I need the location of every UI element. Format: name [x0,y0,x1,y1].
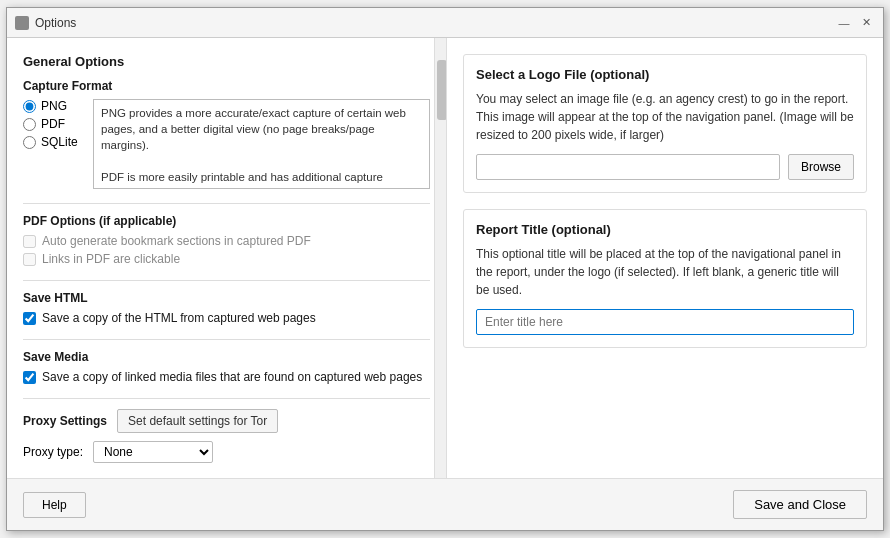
save-media-section: Save Media Save a copy of linked media f… [23,350,430,384]
pdf-bookmark-option[interactable]: Auto generate bookmark sections in captu… [23,234,430,248]
logo-section: Select a Logo File (optional) You may se… [463,54,867,193]
save-html-option[interactable]: Save a copy of the HTML from captured we… [23,311,430,325]
save-html-title: Save HTML [23,291,430,305]
close-button[interactable]: ✕ [857,14,875,32]
save-html-section: Save HTML Save a copy of the HTML from c… [23,291,430,325]
scrollbar[interactable] [434,38,446,478]
capture-format-area: PNG PDF SQLite PNG provides a more accur… [23,99,430,189]
window-title: Options [35,16,76,30]
radio-group: PNG PDF SQLite [23,99,83,189]
help-button[interactable]: Help [23,492,86,518]
capture-format-section: Capture Format PNG PDF SQLit [23,79,430,189]
save-close-button[interactable]: Save and Close [733,490,867,519]
set-default-tor-button[interactable]: Set default settings for Tor [117,409,278,433]
content-area: General Options Capture Format PNG PDF [7,38,883,478]
proxy-section: Proxy Settings Set default settings for … [23,409,430,463]
radio-sqlite[interactable]: SQLite [23,135,83,149]
pdf-links-option[interactable]: Links in PDF are clickable [23,252,430,266]
report-description: This optional title will be placed at th… [476,245,854,299]
footer: Help Save and Close [7,478,883,530]
logo-file-input[interactable] [476,154,780,180]
save-media-option[interactable]: Save a copy of linked media files that a… [23,370,430,384]
options-window: Options — ✕ General Options Capture Form… [6,7,884,531]
logo-description: You may select an image file (e.g. an ag… [476,90,854,144]
proxy-header-row: Proxy Settings Set default settings for … [23,409,430,433]
proxy-type-row: Proxy type: None HTTP SOCKS4 SOCKS5 Tor [23,441,430,463]
pdf-options-section: PDF Options (if applicable) Auto generat… [23,214,430,266]
scrollbar-thumb[interactable] [437,60,447,120]
capture-description: PNG provides a more accurate/exact captu… [93,99,430,189]
radio-pdf[interactable]: PDF [23,117,83,131]
logo-browse-row: Browse [476,154,854,180]
right-panel: Select a Logo File (optional) You may se… [447,38,883,478]
save-media-title: Save Media [23,350,430,364]
titlebar-left: Options [15,16,76,30]
report-section: Report Title (optional) This optional ti… [463,209,867,348]
capture-format-title: Capture Format [23,79,430,93]
proxy-title: Proxy Settings [23,414,107,428]
left-panel: General Options Capture Format PNG PDF [7,38,447,478]
minimize-button[interactable]: — [835,14,853,32]
report-title-input[interactable] [476,309,854,335]
general-options-title: General Options [23,54,430,69]
report-section-title: Report Title (optional) [476,222,854,237]
pdf-options-title: PDF Options (if applicable) [23,214,430,228]
logo-section-title: Select a Logo File (optional) [476,67,854,82]
titlebar: Options — ✕ [7,8,883,38]
proxy-type-select[interactable]: None HTTP SOCKS4 SOCKS5 Tor [93,441,213,463]
radio-png[interactable]: PNG [23,99,83,113]
app-icon [15,16,29,30]
proxy-type-label: Proxy type: [23,445,83,459]
browse-button[interactable]: Browse [788,154,854,180]
titlebar-controls: — ✕ [835,14,875,32]
